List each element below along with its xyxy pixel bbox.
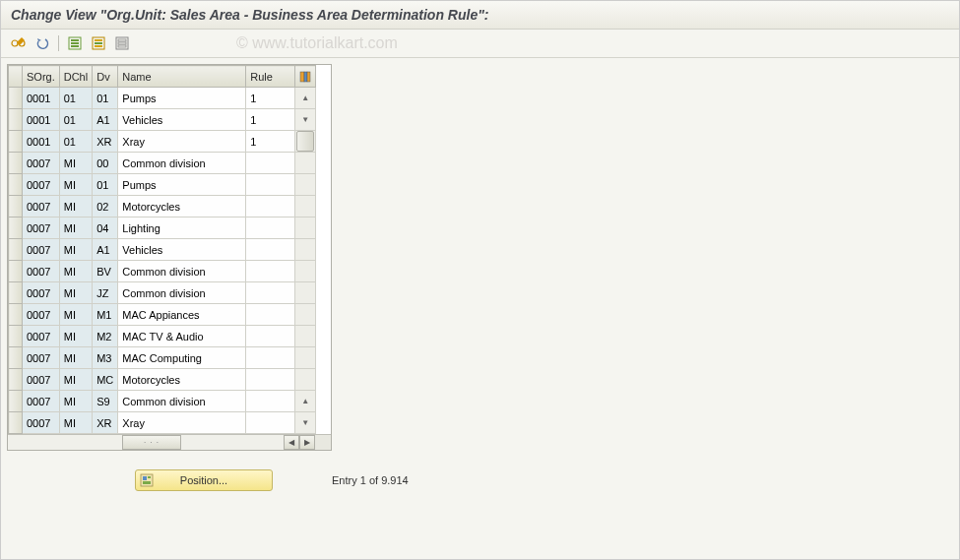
vscroll-down-step-button[interactable]: ▼	[295, 115, 315, 124]
cell-dv[interactable]: A1	[93, 109, 118, 131]
cell-dv[interactable]: XR	[93, 131, 118, 153]
row-selector[interactable]	[9, 88, 23, 109]
cell-sorg[interactable]: 0007	[23, 218, 60, 239]
cell-dchl[interactable]: MI	[59, 218, 92, 239]
cell-sorg[interactable]: 0007	[23, 304, 60, 326]
cell-dv[interactable]: M3	[93, 347, 118, 369]
cell-dv[interactable]: 00	[93, 153, 118, 174]
undo-button[interactable]	[32, 33, 52, 53]
row-selector[interactable]	[9, 131, 23, 153]
cell-rule[interactable]	[246, 369, 295, 391]
table-row[interactable]: 0007MIXRXray▼	[9, 412, 316, 434]
cell-sorg[interactable]: 0007	[23, 196, 60, 218]
cell-dv[interactable]: 01	[93, 174, 118, 196]
cell-dv[interactable]: JZ	[93, 282, 118, 304]
cell-sorg[interactable]: 0007	[23, 369, 60, 391]
cell-dchl[interactable]: MI	[59, 239, 92, 261]
cell-rule[interactable]	[246, 218, 295, 239]
row-selector[interactable]	[9, 412, 23, 434]
cell-dchl[interactable]: MI	[59, 391, 92, 412]
cell-rule[interactable]	[246, 153, 295, 174]
cell-rule[interactable]	[246, 391, 295, 412]
cell-rule[interactable]	[246, 347, 295, 369]
cell-name[interactable]: MAC TV & Audio	[118, 326, 246, 347]
cell-name[interactable]: Vehicles	[118, 109, 246, 131]
cell-name[interactable]: Xray	[118, 412, 246, 434]
cell-dchl[interactable]: 01	[59, 88, 92, 109]
cell-sorg[interactable]: 0007	[23, 412, 60, 434]
cell-sorg[interactable]: 0007	[23, 347, 60, 369]
cell-dchl[interactable]: 01	[59, 109, 92, 131]
cell-dv[interactable]: M1	[93, 304, 118, 326]
row-selector[interactable]	[9, 282, 23, 304]
select-all-rows-header[interactable]	[9, 66, 23, 88]
cell-dchl[interactable]: MI	[59, 174, 92, 196]
cell-dv[interactable]: M2	[93, 326, 118, 347]
row-selector[interactable]	[9, 196, 23, 218]
cell-name[interactable]: MAC Appiances	[118, 304, 246, 326]
cell-dchl[interactable]: 01	[59, 131, 92, 153]
table-row[interactable]: 00010101Pumps1▲	[9, 88, 316, 109]
cell-dchl[interactable]: MI	[59, 304, 92, 326]
cell-rule[interactable]: 1	[246, 109, 295, 131]
table-row[interactable]: 0007MI04Lighting	[9, 218, 316, 239]
row-selector[interactable]	[9, 347, 23, 369]
cell-dv[interactable]: 04	[93, 218, 118, 239]
vscroll-down-button[interactable]: ▼	[295, 418, 315, 427]
cell-name[interactable]: Common division	[118, 261, 246, 282]
cell-name[interactable]: Lighting	[118, 218, 246, 239]
cell-sorg[interactable]: 0007	[23, 239, 60, 261]
cell-dchl[interactable]: MI	[59, 261, 92, 282]
change-button[interactable]	[9, 33, 29, 53]
cell-sorg[interactable]: 0001	[23, 88, 60, 109]
row-selector[interactable]	[9, 109, 23, 131]
cell-dchl[interactable]: MI	[59, 196, 92, 218]
table-row[interactable]: 0007MIBVCommon division	[9, 261, 316, 282]
configure-columns-button[interactable]	[295, 66, 316, 88]
row-selector[interactable]	[9, 239, 23, 261]
table-row[interactable]: 0007MIJZCommon division	[9, 282, 316, 304]
table-row[interactable]: 0007MIM1MAC Appiances	[9, 304, 316, 326]
vscroll-thumb[interactable]	[296, 131, 314, 152]
cell-name[interactable]: Motorcycles	[118, 369, 246, 391]
data-table[interactable]: SOrg. DChl Dv Name Rule	[8, 65, 316, 434]
table-row[interactable]: 000101XRXray1	[9, 131, 316, 153]
vscroll-up-step-button[interactable]: ▲	[295, 397, 315, 405]
cell-rule[interactable]	[246, 261, 295, 282]
cell-sorg[interactable]: 0007	[23, 153, 60, 174]
cell-name[interactable]: Common division	[118, 391, 246, 412]
cell-sorg[interactable]: 0007	[23, 174, 60, 196]
table-row[interactable]: 0007MI01Pumps	[9, 174, 316, 196]
cell-dv[interactable]: A1	[93, 239, 118, 261]
cell-sorg[interactable]: 0007	[23, 391, 60, 412]
cell-name[interactable]: Common division	[118, 282, 246, 304]
row-selector[interactable]	[9, 369, 23, 391]
vscroll-up-button[interactable]: ▲	[295, 93, 315, 102]
cell-dv[interactable]: BV	[93, 261, 118, 282]
table-row[interactable]: 0007MI00Common division	[9, 153, 316, 174]
cell-dv[interactable]: S9	[93, 391, 118, 412]
cell-name[interactable]: Pumps	[118, 174, 246, 196]
row-selector[interactable]	[9, 326, 23, 347]
cell-sorg[interactable]: 0007	[23, 282, 60, 304]
column-header-rule[interactable]: Rule	[246, 66, 295, 88]
cell-dchl[interactable]: MI	[59, 347, 92, 369]
table-row[interactable]: 0007MI02Motorcycles	[9, 196, 316, 218]
table-row[interactable]: 0007MIA1Vehicles	[9, 239, 316, 261]
cell-rule[interactable]	[246, 239, 295, 261]
column-header-name[interactable]: Name	[118, 66, 246, 88]
cell-rule[interactable]	[246, 174, 295, 196]
table-row[interactable]: 0007MIMCMotorcycles	[9, 369, 316, 391]
table-row[interactable]: 0007MIS9Common division▲	[9, 391, 316, 412]
cell-sorg[interactable]: 0001	[23, 109, 60, 131]
cell-dchl[interactable]: MI	[59, 282, 92, 304]
table-row[interactable]: 000101A1Vehicles1▼	[9, 109, 316, 131]
row-selector[interactable]	[9, 218, 23, 239]
cell-name[interactable]: Motorcycles	[118, 196, 246, 218]
cell-sorg[interactable]: 0007	[23, 261, 60, 282]
hscroll-left-button[interactable]: ◀	[284, 435, 299, 450]
cell-rule[interactable]	[246, 196, 295, 218]
row-selector[interactable]	[9, 174, 23, 196]
column-header-sorg[interactable]: SOrg.	[23, 66, 60, 88]
cell-name[interactable]: Common division	[118, 153, 246, 174]
